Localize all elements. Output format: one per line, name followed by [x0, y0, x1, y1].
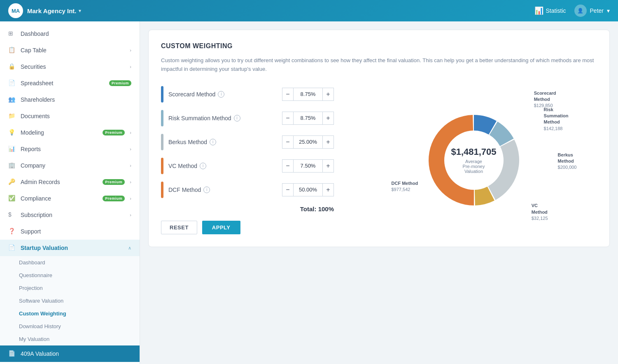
chart-container: $1,481,705 Average Pre-money Valuation S…	[392, 86, 556, 234]
legend-dcf: DCF Method $977,542	[392, 180, 418, 193]
legend-risk-label3: Method	[544, 119, 569, 125]
legend-vc-label: VC	[532, 203, 548, 209]
sidebar-item-subscription[interactable]: $ Subscription ›	[0, 207, 140, 223]
legend-risk-value: $142,188	[544, 126, 569, 132]
berkus-info-icon[interactable]: i	[210, 139, 216, 145]
method-row-risk-summation: Risk Summation Method i − +	[161, 110, 334, 126]
berkus-increment-button[interactable]: +	[322, 135, 334, 149]
vc-input[interactable]	[294, 159, 322, 173]
sidebar-item-securities[interactable]: 🔒 Securities ›	[0, 58, 140, 75]
scorecard-controls: − +	[282, 88, 334, 101]
legend-scorecard-label: Scorecard	[534, 90, 556, 96]
legend-berkus-label: Berkus	[558, 152, 577, 158]
securities-icon: 🔒	[8, 63, 16, 70]
vc-decrement-button[interactable]: −	[282, 159, 294, 173]
scorecard-increment-button[interactable]: +	[322, 88, 334, 101]
scorecard-bar	[161, 86, 163, 103]
sv-software-valuation-item[interactable]: Software Valuation	[19, 294, 140, 307]
berkus-bar	[161, 134, 163, 150]
compliance-chevron-icon: ›	[130, 196, 131, 201]
shareholders-icon: 👥	[8, 96, 16, 103]
cap-table-icon: 📋	[8, 47, 16, 54]
risk-summation-info-icon[interactable]: i	[234, 115, 240, 121]
risk-summation-name: Risk Summation Method i	[168, 115, 277, 121]
risk-summation-decrement-button[interactable]: −	[282, 112, 294, 125]
spreadsheet-badge: Premium	[109, 80, 131, 86]
risk-summation-controls: − +	[282, 112, 334, 125]
scorecard-info-icon[interactable]: i	[218, 91, 224, 98]
method-row-vc: VC Method i − +	[161, 158, 334, 174]
risk-summation-increment-button[interactable]: +	[322, 112, 334, 125]
dcf-info-icon[interactable]: i	[203, 187, 210, 193]
sv-projection-item[interactable]: Projection	[19, 282, 140, 294]
sidebar-item-support[interactable]: ❓ Support	[0, 223, 140, 240]
sidebar-item-409a[interactable]: 📄 409A Valuation	[0, 345, 140, 362]
sidebar-item-company[interactable]: 🏢 Company ›	[0, 157, 140, 174]
dcf-input[interactable]	[294, 183, 322, 196]
agency-chevron-icon: ▾	[79, 8, 81, 14]
vc-increment-button[interactable]: +	[322, 159, 334, 173]
scorecard-name: Scorecard Method i	[168, 91, 277, 98]
sidebar-item-compliance[interactable]: ✅ Compliance Premium ›	[0, 190, 140, 207]
method-row-berkus: Berkus Method i − +	[161, 134, 334, 150]
sidebar-item-shareholders[interactable]: 👥 Shareholders	[0, 91, 140, 108]
apply-button[interactable]: APPLY	[202, 221, 240, 234]
company-chevron-icon: ›	[130, 163, 131, 168]
app-header: MA Mark Agency Int. ▾ 📊 Statistic 👤 Pete…	[0, 0, 618, 21]
startup-valuation-submenu: Dashboard Questionnaire Projection Softw…	[0, 256, 140, 345]
user-chevron-icon: ▾	[607, 7, 610, 14]
dashboard-icon: ⊞	[8, 30, 16, 37]
legend-dcf-value: $977,542	[392, 187, 418, 193]
sv-dashboard-item[interactable]: Dashboard	[19, 256, 140, 269]
header-right: 📊 Statistic 👤 Peter ▾	[534, 5, 610, 17]
risk-summation-bar	[161, 110, 163, 126]
header-left: MA Mark Agency Int. ▾	[8, 3, 81, 18]
sidebar-item-modeling[interactable]: 💡 Modeling Premium ›	[0, 124, 140, 141]
sidebar-item-admin-records[interactable]: 🔑 Admin Records Premium ›	[0, 174, 140, 190]
method-row-scorecard: Scorecard Method i − +	[161, 86, 334, 103]
sidebar-item-reports[interactable]: 📊 Reports ›	[0, 141, 140, 157]
startup-valuation-icon: 📄	[8, 244, 16, 252]
risk-summation-input[interactable]	[294, 112, 322, 125]
subscription-chevron-icon: ›	[130, 212, 131, 217]
409a-icon: 📄	[8, 350, 16, 357]
sv-download-history-item[interactable]: Download History	[19, 320, 140, 333]
compliance-badge: Premium	[103, 196, 125, 201]
methods-list: Scorecard Method i − + Risk Su	[161, 86, 334, 234]
dcf-bar	[161, 182, 163, 198]
sidebar-item-cap-table[interactable]: 📋 Cap Table ›	[0, 42, 140, 58]
dcf-increment-button[interactable]: +	[322, 183, 334, 196]
sidebar-item-startup-valuation[interactable]: 📄 Startup Valuation ∧	[0, 240, 140, 256]
legend-risk: Risk Summation Method $142,188	[544, 107, 569, 132]
dcf-decrement-button[interactable]: −	[282, 183, 294, 196]
modeling-chevron-icon: ›	[130, 130, 131, 135]
statistic-button[interactable]: 📊 Statistic	[534, 6, 566, 15]
vc-controls: − +	[282, 159, 334, 173]
sv-questionnaire-item[interactable]: Questionnaire	[19, 269, 140, 282]
berkus-input[interactable]	[294, 135, 322, 149]
company-icon: 🏢	[8, 162, 16, 169]
sidebar-item-spreadsheet[interactable]: 📄 Spreadsheet Premium	[0, 75, 140, 91]
sidebar-item-documents[interactable]: 📁 Documents	[0, 108, 140, 124]
user-avatar: 👤	[574, 5, 587, 17]
legend-risk-label: Risk	[544, 107, 569, 113]
sv-my-valuation-item[interactable]: My Valuation	[19, 333, 140, 345]
scorecard-decrement-button[interactable]: −	[282, 88, 294, 101]
admin-records-badge: Premium	[103, 179, 125, 185]
dcf-controls: − +	[282, 183, 334, 196]
scorecard-input[interactable]	[294, 88, 322, 101]
agency-name[interactable]: Mark Agency Int. ▾	[27, 7, 81, 14]
page-title: CUSTOM WEIGHTING	[161, 42, 597, 50]
vc-info-icon[interactable]: i	[200, 163, 206, 169]
legend-risk-label2: Summation	[544, 113, 569, 119]
sv-custom-weighting-item[interactable]: Custom Weighting	[19, 307, 140, 320]
berkus-controls: − +	[282, 135, 334, 149]
sidebar-item-dashboard[interactable]: ⊞ Dashboard	[0, 26, 140, 42]
legend-vc-value: $32,125	[532, 215, 548, 222]
user-menu[interactable]: 👤 Peter ▾	[574, 5, 610, 17]
content-area: CUSTOM WEIGHTING Custom weighting allows…	[140, 21, 618, 364]
reset-button[interactable]: RESET	[161, 221, 197, 234]
admin-records-chevron-icon: ›	[130, 180, 131, 184]
spreadsheet-icon: 📄	[8, 79, 16, 87]
berkus-decrement-button[interactable]: −	[282, 135, 294, 149]
